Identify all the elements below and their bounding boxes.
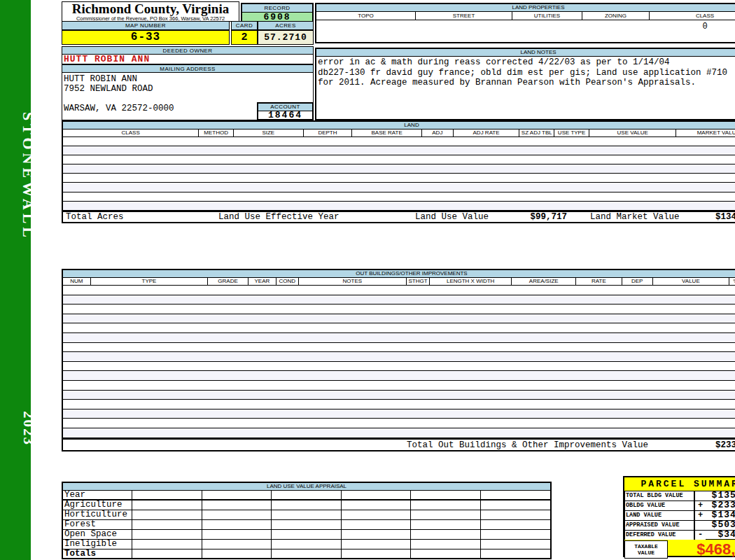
appraisal-row-label: Open Space bbox=[63, 530, 132, 539]
total-acres-label: Total Acres bbox=[66, 212, 124, 223]
appraisal-row-horticulture: Horticulture bbox=[63, 510, 550, 520]
acres-label: ACRES bbox=[258, 21, 314, 30]
appraisal-empty-cell bbox=[202, 550, 272, 559]
appraisal-empty-cell bbox=[481, 491, 550, 499]
empty-table-row bbox=[63, 410, 735, 419]
empty-table-row bbox=[63, 362, 735, 372]
land-table-title: LAND bbox=[63, 122, 735, 130]
appraisal-empty-cell bbox=[481, 550, 550, 559]
taxable-label-line2: VALUE bbox=[638, 550, 654, 556]
appraisal-empty-cell bbox=[202, 500, 272, 510]
empty-table-row bbox=[63, 314, 735, 324]
land-notes-line: for 2011. Acreage measured by Brannan Pe… bbox=[318, 78, 735, 88]
minus-operator: - bbox=[694, 530, 706, 540]
land-market-value: $134,425 bbox=[715, 212, 735, 223]
appraisal-empty-cell bbox=[342, 530, 411, 539]
land-use-effective-year-label: Land Use Effective Year bbox=[218, 212, 340, 223]
appraisal-empty-cell bbox=[132, 540, 202, 549]
column-header-num: NUM bbox=[63, 278, 91, 285]
appraisal-empty-cell bbox=[202, 540, 272, 549]
land-use-appraisal-table: LAND USE VALUE APPRAISAL Year Agricultur… bbox=[62, 482, 552, 559]
column-header-pct-comp: % COMP bbox=[729, 278, 735, 285]
empty-table-row bbox=[63, 183, 735, 192]
empty-table-row bbox=[63, 352, 735, 362]
appraisal-empty-cell bbox=[132, 510, 202, 519]
account-number-value: 18464 bbox=[258, 111, 312, 120]
column-header-class: CLASS bbox=[63, 130, 199, 136]
column-header-market-value: MARKET VALUE bbox=[676, 130, 735, 136]
obldg-value-label: OBLDG VALUE bbox=[624, 500, 694, 510]
appraisal-empty-cell bbox=[342, 491, 411, 499]
appraisal-row-label: Year bbox=[63, 491, 132, 499]
appraisal-empty-cell bbox=[481, 520, 550, 529]
column-header-sthgt: STHGT bbox=[407, 278, 430, 285]
appraisal-row-open-space: Open Space bbox=[63, 530, 550, 540]
address-line: HUTT ROBIN ANN bbox=[64, 74, 313, 84]
column-header-use-type: USE TYPE bbox=[554, 130, 589, 136]
county-header-box: Richmond County, Virginia Commissioner o… bbox=[62, 1, 239, 22]
appraisal-empty-cell bbox=[411, 510, 480, 519]
appraisal-row-label: Forest bbox=[63, 520, 132, 529]
appraisal-empty-cell bbox=[272, 500, 341, 510]
appraisal-empty-cell bbox=[342, 510, 411, 519]
summary-row-obldg: OBLDG VALUE + $233,124 bbox=[624, 500, 735, 510]
land-market-value-label: Land Market Value bbox=[590, 212, 680, 223]
empty-table-row bbox=[63, 333, 735, 343]
empty-table-row bbox=[63, 304, 735, 314]
column-header-adj: ADJ bbox=[422, 130, 454, 136]
land-totals-row: Total Acres Land Use Effective Year Land… bbox=[63, 211, 735, 222]
empty-table-row bbox=[63, 174, 735, 183]
column-header-class: CLASS bbox=[650, 12, 735, 20]
appraisal-empty-cell bbox=[272, 520, 341, 529]
column-header-topo: TOPO bbox=[316, 12, 416, 20]
appraisal-empty-cell bbox=[132, 530, 202, 539]
empty-table-row bbox=[63, 164, 735, 174]
land-use-value-label: Land Use Value bbox=[415, 212, 489, 223]
land-notes-line: db227-130 fr david guy france; obld dim … bbox=[318, 68, 735, 78]
empty-table-row bbox=[63, 295, 735, 305]
appraisal-empty-cell bbox=[411, 550, 480, 559]
summary-row-land: LAND VALUE + $134,425 bbox=[624, 510, 735, 520]
out-buildings-total-value: $233,124 bbox=[715, 440, 735, 451]
plus-operator: + bbox=[694, 500, 706, 510]
record-card-page: Richmond County, Virginia Commissioner o… bbox=[31, 0, 735, 560]
appraisal-empty-cell bbox=[272, 491, 341, 499]
land-notes-title: LAND NOTES bbox=[316, 49, 735, 57]
land-value-label: LAND VALUE bbox=[624, 510, 694, 520]
appraisal-row-label: Agriculture bbox=[63, 500, 132, 510]
empty-table-row bbox=[63, 419, 735, 428]
land-notes-text: error in ac & math during reass correcte… bbox=[316, 57, 735, 88]
land-value: $134,425 bbox=[706, 510, 735, 520]
appraisal-empty-cell bbox=[481, 540, 550, 549]
column-header-notes: NOTES bbox=[299, 278, 407, 285]
appraisal-empty-cell bbox=[132, 550, 202, 559]
appraisal-empty-cell bbox=[342, 520, 411, 529]
operator-cell bbox=[694, 520, 706, 530]
appraisal-row-label: Totals bbox=[63, 550, 132, 559]
acres-value: 57.2710 bbox=[258, 30, 314, 45]
card-label: CARD bbox=[231, 21, 258, 30]
summary-row-deferred: DEFERRED VALUE - $34,708 bbox=[624, 530, 735, 540]
land-table-header-row: CLASS METHOD SIZE DEPTH BASE RATE ADJ AD… bbox=[63, 130, 735, 137]
land-use-value: $99,717 bbox=[530, 212, 567, 223]
card-value: 2 bbox=[231, 30, 258, 45]
land-table-body bbox=[63, 137, 735, 211]
appraisal-row-label: Horticulture bbox=[63, 510, 132, 519]
mailing-address-label: MAILING ADDRESS bbox=[62, 64, 314, 73]
summary-row-appraised: APPRAISED VALUE $503,315 bbox=[624, 520, 735, 530]
appraisal-row-agriculture: Agriculture bbox=[63, 500, 550, 510]
appraisal-empty-cell bbox=[342, 540, 411, 549]
operator-cell bbox=[694, 491, 706, 500]
column-header-cond: COND bbox=[276, 278, 299, 285]
appraisal-empty-cell bbox=[342, 550, 411, 559]
land-properties-title: LAND PROPERTIES bbox=[316, 4, 735, 12]
appraisal-empty-cell bbox=[481, 500, 550, 510]
appraisal-empty-cell bbox=[481, 510, 550, 519]
appraisal-empty-cell bbox=[272, 550, 341, 559]
appraisal-empty-cell bbox=[202, 491, 272, 499]
appraisal-row-label: Ineligible bbox=[63, 540, 132, 549]
deferred-value-label: DEFERRED VALUE bbox=[624, 530, 694, 540]
taxable-value: $468,607 bbox=[668, 540, 735, 559]
column-header-utilities: UTILITIES bbox=[512, 12, 582, 20]
column-header-street: STREET bbox=[416, 12, 512, 20]
